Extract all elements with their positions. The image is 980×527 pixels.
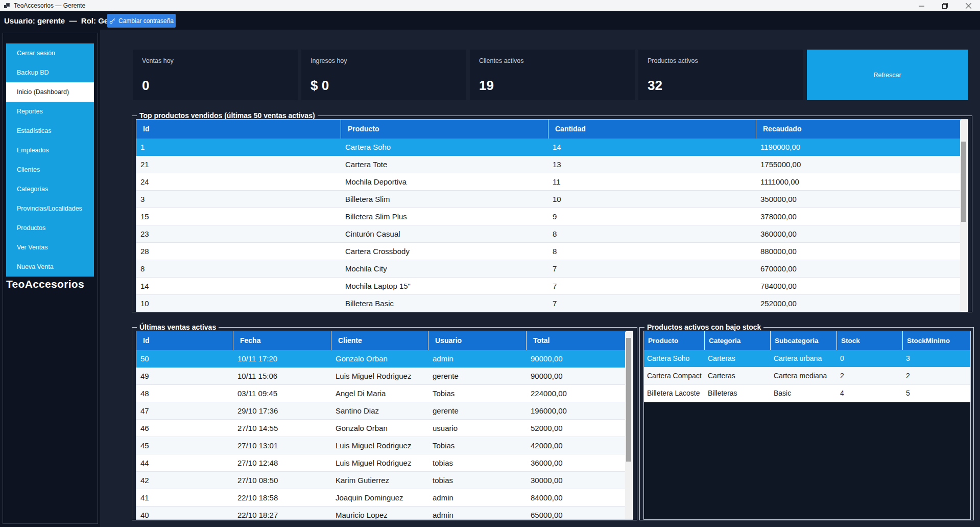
sidebar-item-estadisticas[interactable]: Estadísticas (6, 121, 94, 141)
table-row[interactable]: 4803/11 09:45Angel Di MariaTobias224000,… (136, 385, 626, 402)
sidebar-item-reportes[interactable]: Reportes (6, 102, 94, 121)
table-row[interactable]: 4729/10 17:36Santino Diazgerente196000,0… (136, 402, 626, 420)
table-row[interactable]: 23Cinturón Casual8360000,00 (136, 225, 961, 243)
table-cell: 27/10 13:01 (233, 437, 331, 454)
top-products-table: IdProductoCantidadRecaudado 1Cartera Soh… (136, 119, 968, 312)
table-row[interactable]: 4910/11 15:06Luis Miguel Rodriguezgerent… (136, 368, 626, 385)
column-header-id[interactable]: Id (136, 331, 233, 350)
sidebar-item-clientes[interactable]: Clientes (6, 160, 94, 179)
column-header-cliente[interactable]: Cliente (331, 331, 428, 350)
table-cell: 9 (548, 208, 756, 225)
card-value: 0 (142, 78, 149, 94)
table-cell: 24 (136, 173, 341, 190)
sidebar-item-cerrar-sesion[interactable]: Cerrar sesión (6, 43, 94, 63)
table-body: 5010/11 17:20Gonzalo Orbanadmin90000,004… (136, 350, 626, 520)
table-cell: Cinturón Casual (341, 225, 548, 242)
table-row[interactable]: 4227/10 08:50Karim Gutierreztobias30000,… (136, 472, 626, 489)
vertical-scrollbar[interactable] (960, 120, 967, 311)
vertical-scrollbar[interactable] (625, 332, 632, 519)
table-cell: 21 (136, 156, 341, 173)
table-cell: Mochila Laptop 15" (341, 278, 548, 294)
table-cell: Gonzalo Orban (331, 350, 428, 367)
table-cell: tobias (428, 472, 527, 489)
table-row[interactable]: Billetera LacosteBilleterasBasic45 (644, 385, 970, 402)
table-row[interactable]: 4022/10 18:27Mauricio Lopezadmin65000,00 (136, 507, 626, 520)
column-header-id[interactable]: Id (136, 120, 341, 139)
table-cell: 27/10 12:48 (233, 454, 331, 471)
table-row[interactable]: Cartera SohoCarterasCartera urbana03 (644, 350, 970, 368)
table-cell: 28 (136, 243, 341, 260)
table-cell: 10 (136, 295, 341, 312)
sidebar-item-provincias-localidades[interactable]: Provincias/Localidades (6, 199, 94, 218)
table-cell: 45 (136, 437, 233, 454)
column-header-stock[interactable]: Stock (837, 331, 903, 350)
sidebar-item-inicio-dashboard[interactable]: Inicio (Dashboard) (6, 82, 94, 102)
table-row[interactable]: 5010/11 17:20Gonzalo Orbanadmin90000,00 (136, 350, 626, 368)
table-cell: Billetera Lacoste (644, 385, 705, 402)
restore-button[interactable] (933, 0, 957, 11)
minimize-button[interactable] (910, 0, 933, 11)
column-header-total[interactable]: Total (527, 331, 626, 350)
table-cell: 2 (903, 368, 970, 384)
table-cell: 27/10 08:50 (233, 472, 331, 489)
table-row[interactable]: 4427/10 12:48Luis Miguel Rodrigueztobias… (136, 454, 626, 472)
column-header-stockminimo[interactable]: StockMinimo (903, 331, 970, 350)
table-cell: 10/11 15:06 (233, 368, 331, 384)
card-ingresos-hoy: Ingresos hoy $ 0 (301, 50, 466, 100)
table-row[interactable]: 15Billetera Slim Plus9378000,00 (136, 208, 961, 225)
sidebar: Cerrar sesiónBackup BDInicio (Dashboard)… (0, 30, 100, 527)
scrollbar-thumb[interactable] (961, 142, 966, 222)
table-cell: Luis Miguel Rodriguez (331, 368, 428, 384)
column-header-usuario[interactable]: Usuario (428, 331, 527, 350)
column-header-fecha[interactable]: Fecha (233, 331, 331, 350)
window-titlebar: TeoAccesorios — Gerente (0, 0, 980, 11)
table-cell: 90000,00 (527, 350, 626, 367)
table-cell: 360000,00 (756, 225, 961, 242)
sidebar-item-productos[interactable]: Productos (6, 218, 94, 238)
table-row[interactable]: 24Mochila Deportiva111111000,00 (136, 173, 961, 191)
sidebar-item-nueva-venta[interactable]: Nueva Venta (6, 257, 94, 277)
table-row[interactable]: 10Billetera Basic7252000,00 (136, 295, 961, 312)
table-row[interactable]: 28Cartera Crossbody8880000,00 (136, 243, 961, 260)
table-cell: 23 (136, 225, 341, 242)
refresh-button[interactable]: Refrescar (807, 50, 968, 100)
sidebar-item-categorias[interactable]: Categorías (6, 179, 94, 199)
table-cell: 8 (136, 260, 341, 277)
table-cell: Angel Di Maria (331, 385, 428, 402)
card-label: Productos activos (648, 57, 794, 64)
table-cell: 52000,00 (527, 420, 626, 437)
table-row[interactable]: 21Cartera Tote131755000,00 (136, 156, 961, 173)
table-row[interactable]: 3Billetera Slim10350000,00 (136, 191, 961, 208)
table-row[interactable]: 1Cartera Soho141190000,00 (136, 139, 961, 156)
column-header-producto[interactable]: Producto (341, 120, 548, 139)
table-cell: 196000,00 (527, 402, 626, 419)
table-cell: 10/11 17:20 (233, 350, 331, 367)
table-row[interactable]: Cartera CompactCarterasCartera mediana22 (644, 368, 970, 385)
sidebar-item-ver-ventas[interactable]: Ver Ventas (6, 238, 94, 257)
scrollbar-thumb[interactable] (626, 338, 631, 462)
column-header-subcategoria[interactable]: Subcategoria (771, 331, 837, 350)
change-password-button[interactable]: Cambiar contraseña (107, 14, 176, 28)
column-header-categoria[interactable]: Categoria (705, 331, 771, 350)
table-cell: 7 (548, 295, 756, 312)
table-row[interactable]: 8Mochila City7670000,00 (136, 260, 961, 278)
sidebar-item-backup-bd[interactable]: Backup BD (6, 63, 94, 82)
table-row[interactable]: 14Mochila Laptop 15"7784000,00 (136, 278, 961, 295)
column-header-recaudado[interactable]: Recaudado (756, 120, 961, 139)
table-cell: Cartera Soho (644, 350, 705, 367)
table-cell: 41 (136, 489, 233, 506)
close-button[interactable] (957, 0, 980, 11)
table-cell: Carteras (705, 350, 771, 367)
column-header-cantidad[interactable]: Cantidad (548, 120, 756, 139)
table-cell: Carteras (705, 368, 771, 384)
table-row[interactable]: 4122/10 18:58Joaquin Dominguezadmin84000… (136, 489, 626, 507)
column-header-producto[interactable]: Producto (644, 331, 705, 350)
table-cell: Cartera urbana (771, 350, 837, 367)
sidebar-item-empleados[interactable]: Empleados (6, 141, 94, 160)
table-cell: 03/11 09:45 (233, 385, 331, 402)
table-row[interactable]: 4527/10 13:01Luis Miguel RodriguezTobias… (136, 437, 626, 454)
table-cell: 42000,00 (527, 437, 626, 454)
table-row[interactable]: 4627/10 14:55Gonzalo Orbanusuario52000,0… (136, 420, 626, 437)
table-cell: 47 (136, 402, 233, 419)
low-stock-table: ProductoCategoriaSubcategoriaStockStockM… (643, 331, 971, 520)
